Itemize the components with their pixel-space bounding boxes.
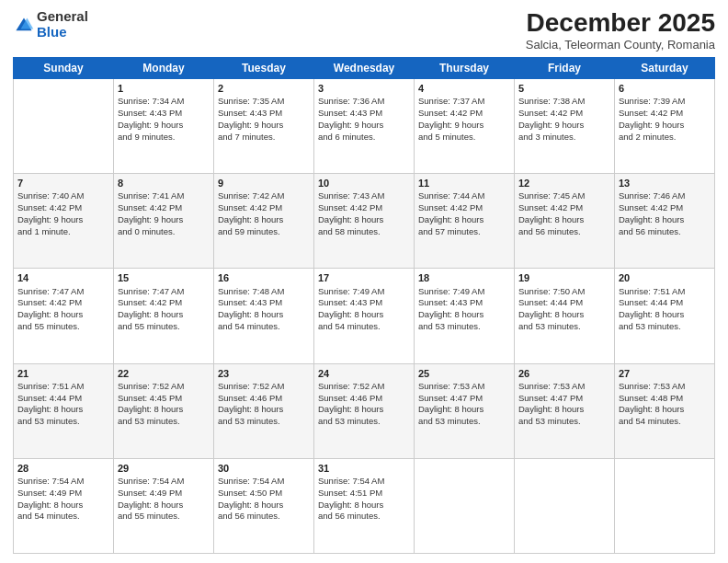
logo: General Blue [13,9,88,40]
cell-info: Sunset: 4:43 PM [318,297,410,309]
cell-info: Sunrise: 7:40 AM [17,190,109,202]
day-number: 26 [518,367,610,380]
cell-info: Daylight: 9 hours [118,214,210,226]
cell-info: Sunset: 4:44 PM [17,393,109,405]
cell-info: and 56 minutes. [518,226,610,238]
table-row: 29Sunrise: 7:54 AMSunset: 4:49 PMDayligh… [114,458,214,553]
cell-info: Daylight: 8 hours [619,404,711,416]
cell-info: and 58 minutes. [318,226,410,238]
cell-info: and 9 minutes. [118,132,210,144]
cell-info: and 54 minutes. [318,321,410,333]
cell-info: Sunrise: 7:49 AM [418,286,510,298]
cell-info: Sunset: 4:50 PM [218,488,310,500]
day-number: 16 [218,271,310,284]
cell-info: Daylight: 8 hours [218,214,310,226]
cell-info: and 55 minutes. [118,321,210,333]
day-number: 27 [619,367,711,380]
day-number: 14 [17,271,109,284]
table-row: 27Sunrise: 7:53 AMSunset: 4:48 PMDayligh… [615,363,715,458]
table-row: 12Sunrise: 7:45 AMSunset: 4:42 PMDayligh… [515,174,615,269]
day-number: 8 [118,177,210,190]
cell-info: Sunrise: 7:52 AM [318,381,410,393]
table-row: 17Sunrise: 7:49 AMSunset: 4:43 PMDayligh… [314,269,415,363]
table-row [14,78,114,173]
cell-info: Sunset: 4:46 PM [318,393,410,405]
cell-info: Sunrise: 7:39 AM [619,96,711,108]
cell-info: Daylight: 8 hours [619,214,711,226]
cell-info: and 2 minutes. [619,132,711,144]
cell-info: Sunrise: 7:54 AM [118,476,210,488]
table-row: 24Sunrise: 7:52 AMSunset: 4:46 PMDayligh… [314,363,415,458]
table-row: 30Sunrise: 7:54 AMSunset: 4:50 PMDayligh… [214,458,314,553]
table-row: 16Sunrise: 7:48 AMSunset: 4:43 PMDayligh… [214,269,314,363]
calendar-week-1: 1Sunrise: 7:34 AMSunset: 4:43 PMDaylight… [14,78,715,173]
cell-info: Sunset: 4:43 PM [218,297,310,309]
table-row: 3Sunrise: 7:36 AMSunset: 4:43 PMDaylight… [314,78,415,173]
title-month: December 2025 [526,9,715,38]
cell-info: Daylight: 8 hours [418,214,510,226]
cell-info: Sunset: 4:42 PM [418,108,510,120]
table-row: 18Sunrise: 7:49 AMSunset: 4:43 PMDayligh… [415,269,515,363]
table-row: 22Sunrise: 7:52 AMSunset: 4:45 PMDayligh… [114,363,214,458]
day-number: 4 [418,82,510,95]
cell-info: Daylight: 8 hours [318,500,410,511]
col-saturday: Saturday [615,57,715,78]
cell-info: Sunrise: 7:53 AM [619,381,711,393]
day-number: 2 [218,82,310,95]
cell-info: Daylight: 9 hours [118,120,210,132]
cell-info: and 54 minutes. [619,416,711,428]
cell-info: Sunrise: 7:51 AM [17,381,109,393]
cell-info: Daylight: 9 hours [318,120,410,132]
cell-info: and 54 minutes. [17,511,109,523]
cell-info: Sunset: 4:42 PM [118,202,210,214]
cell-info: Daylight: 8 hours [518,309,610,321]
cell-info: Sunrise: 7:54 AM [218,476,310,488]
day-number: 15 [118,271,210,284]
cell-info: Sunrise: 7:49 AM [318,286,410,298]
cell-info: Sunset: 4:43 PM [418,297,510,309]
col-thursday: Thursday [415,57,515,78]
cell-info: Sunrise: 7:50 AM [518,286,610,298]
cell-info: Sunset: 4:43 PM [318,108,410,120]
cell-info: Sunrise: 7:38 AM [518,96,610,108]
cell-info: Daylight: 8 hours [118,404,210,416]
table-row: 7Sunrise: 7:40 AMSunset: 4:42 PMDaylight… [14,174,114,269]
cell-info: Sunrise: 7:53 AM [418,381,510,393]
header: General Blue December 2025 Salcia, Teleo… [13,9,715,52]
cell-info: Sunrise: 7:48 AM [218,286,310,298]
cell-info: Daylight: 8 hours [218,309,310,321]
cell-info: Sunset: 4:42 PM [218,202,310,214]
day-number: 6 [619,82,711,95]
cell-info: Sunset: 4:49 PM [17,488,109,500]
cell-info: Sunrise: 7:54 AM [318,476,410,488]
cell-info: Sunset: 4:43 PM [218,108,310,120]
table-row: 1Sunrise: 7:34 AMSunset: 4:43 PMDaylight… [114,78,214,173]
table-row: 2Sunrise: 7:35 AMSunset: 4:43 PMDaylight… [214,78,314,173]
cell-info: Daylight: 8 hours [218,404,310,416]
cell-info: Sunrise: 7:41 AM [118,190,210,202]
cell-info: and 55 minutes. [118,511,210,523]
cell-info: Sunrise: 7:36 AM [318,96,410,108]
cell-info: Daylight: 8 hours [17,404,109,416]
calendar-week-5: 28Sunrise: 7:54 AMSunset: 4:49 PMDayligh… [14,458,715,553]
cell-info: Daylight: 9 hours [518,120,610,132]
cell-info: Sunset: 4:44 PM [619,297,711,309]
table-row: 20Sunrise: 7:51 AMSunset: 4:44 PMDayligh… [615,269,715,363]
day-number: 3 [318,82,410,95]
cell-info: Sunset: 4:47 PM [518,393,610,405]
cell-info: Daylight: 8 hours [518,214,610,226]
col-tuesday: Tuesday [214,57,314,78]
cell-info: Daylight: 8 hours [318,309,410,321]
table-row: 5Sunrise: 7:38 AMSunset: 4:42 PMDaylight… [515,78,615,173]
cell-info: Daylight: 9 hours [619,120,711,132]
table-row: 28Sunrise: 7:54 AMSunset: 4:49 PMDayligh… [14,458,114,553]
cell-info: and 53 minutes. [218,416,310,428]
table-row [415,458,515,553]
col-wednesday: Wednesday [314,57,415,78]
cell-info: and 59 minutes. [218,226,310,238]
table-row: 6Sunrise: 7:39 AMSunset: 4:42 PMDaylight… [615,78,715,173]
cell-info: Daylight: 8 hours [118,500,210,511]
cell-info: Sunrise: 7:37 AM [418,96,510,108]
day-number: 12 [518,177,610,190]
table-row: 19Sunrise: 7:50 AMSunset: 4:44 PMDayligh… [515,269,615,363]
